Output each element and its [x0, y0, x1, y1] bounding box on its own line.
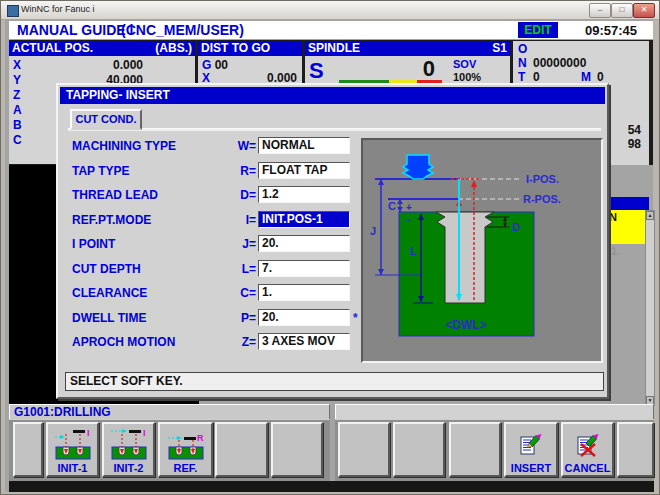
- i-point-input[interactable]: 20.: [258, 235, 350, 252]
- dialog-title: TAPPING- INSERT: [60, 87, 605, 104]
- axis-row: X0.000: [13, 58, 143, 73]
- rpos-label: R-POS.: [523, 193, 561, 205]
- clock: 09:57:45: [569, 23, 653, 38]
- ref-icon: R: [166, 427, 206, 461]
- os-window-title: WinNC for Fanuc i: [21, 4, 95, 14]
- spindle-s-label: S: [309, 58, 324, 84]
- svg-text:I: I: [87, 428, 90, 438]
- n-value: 00000000: [533, 56, 586, 70]
- spindle-override-label: SOV: [453, 58, 476, 70]
- tap-tool-icon: [403, 155, 433, 179]
- bottom-strip: [9, 481, 654, 492]
- softkey-blank[interactable]: [449, 422, 501, 477]
- n-label: N: [518, 56, 527, 70]
- machining-type-input[interactable]: NORMAL: [258, 137, 350, 154]
- axis-value: 0.000: [113, 58, 143, 72]
- t-label: T: [518, 70, 525, 84]
- l-label: L: [410, 245, 417, 257]
- softkey-init2[interactable]: I INIT-2: [102, 422, 155, 477]
- close-button[interactable]: ✕: [633, 3, 655, 18]
- tapped-hole: [436, 212, 494, 303]
- m-value: 0: [597, 70, 604, 84]
- vertical-scrollbar[interactable]: ▲ ▼: [645, 210, 655, 406]
- m-label: M: [581, 70, 591, 84]
- spindle-override-value: 100%: [453, 71, 481, 83]
- app-icon: [7, 5, 19, 17]
- count-top: 54: [628, 123, 641, 137]
- softkey-blank[interactable]: [338, 422, 390, 477]
- spindle-speed-value: 0: [365, 56, 435, 82]
- cancel-icon: [576, 427, 600, 463]
- softkey-blank[interactable]: [13, 422, 43, 477]
- coord-system-label: (ABS.): [155, 41, 192, 56]
- o-label: O: [518, 42, 527, 56]
- page-title: MANUAL GUIDE i: [17, 22, 133, 38]
- required-mark: *: [353, 311, 358, 325]
- minus-label: -: [407, 214, 410, 225]
- softkey-insert[interactable]: INSERT: [504, 422, 558, 477]
- tapping-diagram-svg: J C + - L: [363, 140, 601, 361]
- softkey-blank[interactable]: [617, 422, 654, 477]
- os-titlebar[interactable]: WinNC for Fanuc i – □ ✕: [1, 1, 659, 20]
- j-label: J: [370, 225, 376, 237]
- approach-motion-input[interactable]: 3 AXES MOV: [258, 333, 350, 350]
- softkey-ref[interactable]: R REF.: [158, 422, 213, 477]
- svg-text:R: R: [197, 433, 204, 443]
- mode-badge: EDIT: [518, 22, 558, 38]
- program-path: (CNC_MEM/USER): [121, 22, 244, 38]
- init1-icon: I: [53, 427, 93, 461]
- spindle-tag: S1: [492, 41, 507, 56]
- softkey-blank[interactable]: [215, 422, 268, 477]
- dialog-status-bar: SELECT SOFT KEY.: [65, 372, 604, 391]
- svg-text:I: I: [143, 428, 146, 438]
- active-cycle-bar: G1001:DRILLING: [9, 404, 330, 420]
- softkey-cancel[interactable]: CANCEL: [561, 422, 614, 477]
- softkey-init1[interactable]: I INIT-1: [46, 422, 99, 477]
- cnc-screen: MANUAL GUIDE i (CNC_MEM/USER) EDIT 09:57…: [5, 20, 653, 492]
- tapping-diagram: J C + - L: [361, 138, 603, 363]
- tab-divider: [68, 128, 601, 131]
- tap-type-input[interactable]: FLOAT TAP: [258, 162, 350, 179]
- softkey-blank[interactable]: [393, 422, 445, 477]
- footer-bar-right: [335, 404, 654, 420]
- dwl-label: <DWL>: [445, 318, 486, 332]
- thread-lead-input[interactable]: 1.2: [258, 186, 350, 203]
- c-label: C: [388, 200, 396, 212]
- count-bottom: 98: [628, 137, 641, 151]
- actual-pos-title: ACTUAL POS.: [12, 41, 93, 56]
- softkey-blank[interactable]: [271, 422, 323, 477]
- t-value: 0: [533, 70, 540, 84]
- ref-pt-mode-input[interactable]: INIT.POS-1: [258, 211, 350, 228]
- dist-to-go-title: DIST TO GO: [201, 41, 270, 56]
- spindle-title: SPINDLE: [308, 41, 360, 56]
- ipos-label: I-POS.: [526, 173, 559, 185]
- clearance-input[interactable]: 1.: [258, 284, 350, 301]
- header-bar: MANUAL GUIDE i (CNC_MEM/USER) EDIT 09:57…: [9, 21, 653, 39]
- tab-cut-cond[interactable]: CUT COND.: [70, 109, 142, 130]
- insert-icon: [519, 427, 543, 463]
- os-window: WinNC for Fanuc i – □ ✕ MANUAL GUIDE i (…: [0, 0, 660, 495]
- d-label: D: [512, 221, 520, 233]
- maximize-button[interactable]: □: [611, 3, 633, 18]
- scroll-up-icon[interactable]: ▲: [646, 211, 654, 220]
- minimize-button[interactable]: –: [589, 3, 611, 18]
- init2-icon: I: [109, 427, 149, 461]
- cut-depth-input[interactable]: 7.: [258, 260, 350, 277]
- dwell-time-input[interactable]: 20.: [258, 309, 350, 326]
- plus-label: +: [406, 202, 412, 213]
- tapping-insert-dialog: TAPPING- INSERT CUT COND. MACHINING TYPE…: [56, 83, 609, 399]
